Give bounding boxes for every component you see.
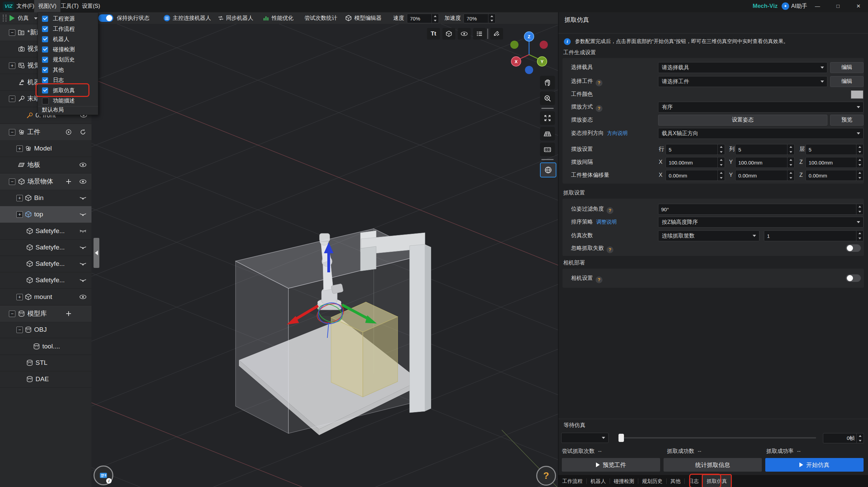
menu-item-plan-history[interactable]: 规划历史 (38, 55, 98, 65)
place-mode-select[interactable]: 有序 (658, 102, 864, 113)
help-badge[interactable]: ? (536, 466, 556, 486)
orientation-gizmo[interactable]: Z X Y (509, 30, 549, 74)
workpiece-select[interactable]: 请选择工件 (658, 76, 827, 87)
expander[interactable]: − (9, 29, 15, 36)
text-labels-button[interactable]: Tt (427, 28, 440, 40)
sync-robot-label[interactable]: 同步机器人 (226, 12, 253, 24)
keep-exec-state-toggle[interactable] (98, 14, 113, 22)
menu-item-default-layout[interactable]: 默认布局 (38, 105, 98, 115)
expander[interactable]: + (16, 294, 23, 300)
color-swatch[interactable] (851, 90, 863, 99)
visibility-icon[interactable] (79, 293, 87, 301)
camera-settings-toggle[interactable] (846, 274, 861, 282)
tree-row-workpiece[interactable]: −工件 (0, 124, 91, 141)
visibility-partial-icon[interactable] (79, 244, 87, 251)
tree-row-dae[interactable]: DAE (0, 371, 91, 388)
cube-display-button[interactable] (442, 28, 455, 40)
tab-log[interactable]: 日志 (685, 475, 702, 487)
menu-item-log[interactable]: 日志 (38, 75, 98, 85)
carrier-select[interactable]: 请选择载具 (658, 62, 827, 73)
playback-slider-track[interactable] (618, 437, 816, 439)
tree-row-safety3[interactable]: Safetyfe... (0, 256, 91, 272)
menu-item-workflow[interactable]: 工作流程 (38, 24, 98, 34)
accel-input[interactable]: 70% (464, 14, 496, 23)
expander[interactable]: − (9, 311, 15, 317)
gap-y-input[interactable]: 100.00mm (735, 157, 795, 168)
playback-select[interactable] (561, 433, 609, 443)
direction-help-link[interactable]: 方向说明 (607, 130, 628, 136)
playback-slider-handle[interactable] (618, 434, 624, 442)
help-icon[interactable]: ? (607, 246, 613, 253)
gpu-info-badge[interactable]: i (94, 465, 113, 485)
tree-row-stl[interactable]: STL (0, 355, 91, 371)
visibility-icon[interactable] (79, 161, 87, 169)
model-editor-label[interactable]: 模型编辑器 (354, 12, 382, 24)
preview-pose-button[interactable]: 预览 (830, 115, 864, 126)
set-pose-button[interactable]: 设置姿态 (658, 115, 827, 126)
checkbox-checked[interactable] (42, 26, 48, 32)
orbit-globe-button[interactable] (540, 162, 556, 177)
tree-row-safety4[interactable]: Safetyfe... (0, 272, 91, 289)
ground-grid-button[interactable] (540, 127, 555, 141)
perf-optimize-label[interactable]: 性能优化 (272, 12, 294, 24)
menu-item-others[interactable]: 其他 (38, 65, 98, 75)
refresh-icon[interactable] (79, 128, 87, 136)
target-icon[interactable] (65, 128, 72, 136)
tree-row-model-library[interactable]: −模型库 (0, 305, 91, 322)
menu-item-robot[interactable]: 机器人 (38, 34, 98, 44)
gap-x-input[interactable]: 100.00mm (666, 157, 725, 168)
tab-others[interactable]: 其他 (667, 475, 684, 487)
tree-row-mount[interactable]: +mount (0, 289, 91, 305)
tab-robot[interactable]: 机器人 (587, 475, 610, 487)
measure-tools-button[interactable] (490, 28, 503, 40)
tree-row-top[interactable]: +top (0, 206, 91, 223)
edit-carrier-button[interactable]: 编辑 (830, 62, 864, 73)
visibility-partial-icon[interactable] (79, 211, 87, 218)
ai-assistant-icon[interactable]: ✦ (782, 2, 789, 10)
adjust-help-link[interactable]: 调整说明 (596, 219, 617, 225)
run-simulation-label[interactable]: 仿真 (18, 12, 29, 24)
checkbox-checked[interactable] (42, 36, 48, 42)
tree-row-obj[interactable]: −OBJ (0, 321, 91, 338)
toolbar-grip[interactable] (3, 15, 6, 22)
visibility-off-icon[interactable] (79, 227, 87, 235)
checkbox-checked[interactable] (42, 46, 48, 53)
tree-row-tool-model[interactable]: tool.... (0, 338, 91, 355)
checkbox-checked[interactable] (42, 77, 48, 83)
accel-down[interactable] (488, 18, 495, 23)
offset-z-input[interactable]: 0.00mm (806, 170, 864, 181)
expander[interactable]: − (9, 178, 15, 185)
menu-item-grasp-simulation[interactable]: 抓取仿真 (38, 85, 98, 96)
gizmo-neg-x[interactable] (540, 41, 548, 49)
tab-plan-history[interactable]: 规划历史 (638, 475, 666, 487)
tab-workflow[interactable]: 工作流程 (558, 475, 586, 487)
checkbox-unchecked[interactable] (42, 98, 49, 104)
tree-row-model[interactable]: +Model (0, 140, 91, 157)
checkbox-checked[interactable] (42, 67, 48, 73)
maximize-button[interactable]: □ (830, 0, 846, 12)
speed-up[interactable] (432, 14, 439, 18)
gap-z-input[interactable]: 100.00mm (806, 157, 864, 168)
sim-times-count-input[interactable]: 1 (764, 230, 864, 241)
run-dropdown-caret[interactable] (34, 17, 38, 19)
keyboard-shortcuts-button[interactable] (540, 143, 555, 156)
arrange-direction-select[interactable]: 载具X轴正方向 (658, 128, 864, 139)
start-simulation-button[interactable]: 开始仿真 (765, 458, 864, 472)
pose-filter-angle-input[interactable]: 90° (658, 204, 864, 215)
visibility-button[interactable] (458, 28, 471, 40)
menu-item-project-resources[interactable]: 工程资源 (38, 14, 98, 24)
collapse-sidebar-handle[interactable] (94, 238, 99, 268)
visibility-partial-icon[interactable] (79, 194, 87, 202)
tree-row-safety1[interactable]: Safetyfe... (0, 223, 91, 240)
expander[interactable]: − (9, 96, 15, 102)
checkbox-checked[interactable] (42, 87, 48, 94)
attempt-stats-label[interactable]: 尝试次数统计 (304, 12, 337, 24)
checkbox-checked[interactable] (42, 16, 48, 22)
visibility-icon[interactable] (79, 178, 87, 185)
cols-input[interactable]: 5 (735, 144, 795, 155)
speed-input[interactable]: 70% (407, 14, 439, 23)
tab-grasp-simulation[interactable]: 抓取仿真 (703, 475, 731, 487)
zoom-in-button[interactable] (540, 91, 555, 105)
fit-view-button[interactable] (540, 111, 555, 125)
add-icon[interactable] (65, 178, 72, 185)
